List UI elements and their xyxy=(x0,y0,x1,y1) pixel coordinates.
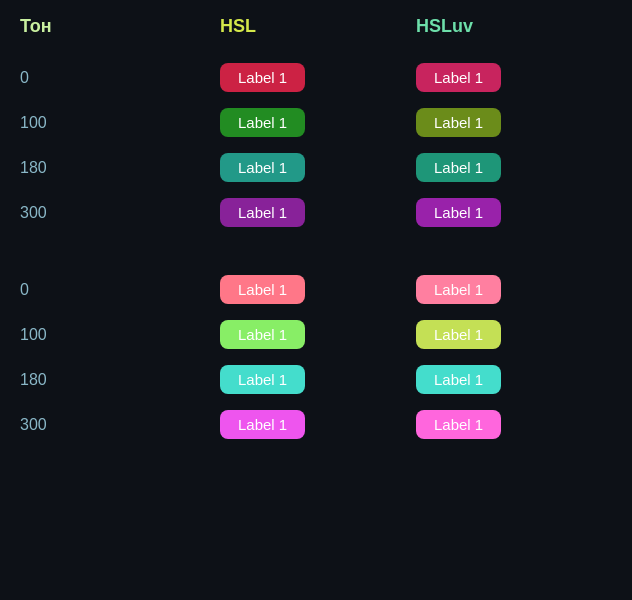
hsl-cell: Label 1 xyxy=(220,410,416,439)
hsluv-label-button[interactable]: Label 1 xyxy=(416,365,501,394)
hsluv-label-button[interactable]: Label 1 xyxy=(416,410,501,439)
ton-header: Тон xyxy=(20,16,220,37)
ton-value: 180 xyxy=(20,371,220,389)
table-row: 180Label 1Label 1 xyxy=(20,357,612,402)
hsluv-label-button[interactable]: Label 1 xyxy=(416,108,501,137)
hsluv-cell: Label 1 xyxy=(416,63,612,92)
hsl-cell: Label 1 xyxy=(220,198,416,227)
table-row: 0Label 1Label 1 xyxy=(20,267,612,312)
hsl-cell: Label 1 xyxy=(220,320,416,349)
section-1: 0Label 1Label 1100Label 1Label 1180Label… xyxy=(20,55,612,235)
ton-value: 300 xyxy=(20,416,220,434)
hsluv-cell: Label 1 xyxy=(416,320,612,349)
hsl-label-button[interactable]: Label 1 xyxy=(220,108,305,137)
hsluv-label-button[interactable]: Label 1 xyxy=(416,275,501,304)
hsl-cell: Label 1 xyxy=(220,108,416,137)
hsl-label-button[interactable]: Label 1 xyxy=(220,275,305,304)
hsl-header: HSL xyxy=(220,16,416,37)
header-row: Тон HSL HSLuv xyxy=(20,16,612,47)
table-row: 100Label 1Label 1 xyxy=(20,100,612,145)
hsluv-cell: Label 1 xyxy=(416,365,612,394)
hsluv-label-button[interactable]: Label 1 xyxy=(416,63,501,92)
ton-value: 100 xyxy=(20,326,220,344)
ton-value: 300 xyxy=(20,204,220,222)
hsl-label-button[interactable]: Label 1 xyxy=(220,365,305,394)
hsl-label-button[interactable]: Label 1 xyxy=(220,410,305,439)
hsluv-header: HSLuv xyxy=(416,16,612,37)
hsluv-cell: Label 1 xyxy=(416,275,612,304)
ton-value: 0 xyxy=(20,69,220,87)
hsl-label-button[interactable]: Label 1 xyxy=(220,320,305,349)
hsl-cell: Label 1 xyxy=(220,365,416,394)
hsluv-cell: Label 1 xyxy=(416,153,612,182)
table-row: 100Label 1Label 1 xyxy=(20,312,612,357)
table-row: 300Label 1Label 1 xyxy=(20,190,612,235)
table-row: 0Label 1Label 1 xyxy=(20,55,612,100)
hsl-cell: Label 1 xyxy=(220,275,416,304)
hsluv-label-button[interactable]: Label 1 xyxy=(416,320,501,349)
hsluv-label-button[interactable]: Label 1 xyxy=(416,198,501,227)
divider xyxy=(20,251,612,267)
hsluv-cell: Label 1 xyxy=(416,410,612,439)
hsluv-cell: Label 1 xyxy=(416,108,612,137)
hsluv-label-button[interactable]: Label 1 xyxy=(416,153,501,182)
hsl-cell: Label 1 xyxy=(220,63,416,92)
section-2: 0Label 1Label 1100Label 1Label 1180Label… xyxy=(20,267,612,447)
hsl-label-button[interactable]: Label 1 xyxy=(220,63,305,92)
hsl-label-button[interactable]: Label 1 xyxy=(220,198,305,227)
ton-value: 180 xyxy=(20,159,220,177)
table-row: 180Label 1Label 1 xyxy=(20,145,612,190)
hsl-cell: Label 1 xyxy=(220,153,416,182)
ton-value: 0 xyxy=(20,281,220,299)
table-row: 300Label 1Label 1 xyxy=(20,402,612,447)
hsl-label-button[interactable]: Label 1 xyxy=(220,153,305,182)
ton-value: 100 xyxy=(20,114,220,132)
hsluv-cell: Label 1 xyxy=(416,198,612,227)
